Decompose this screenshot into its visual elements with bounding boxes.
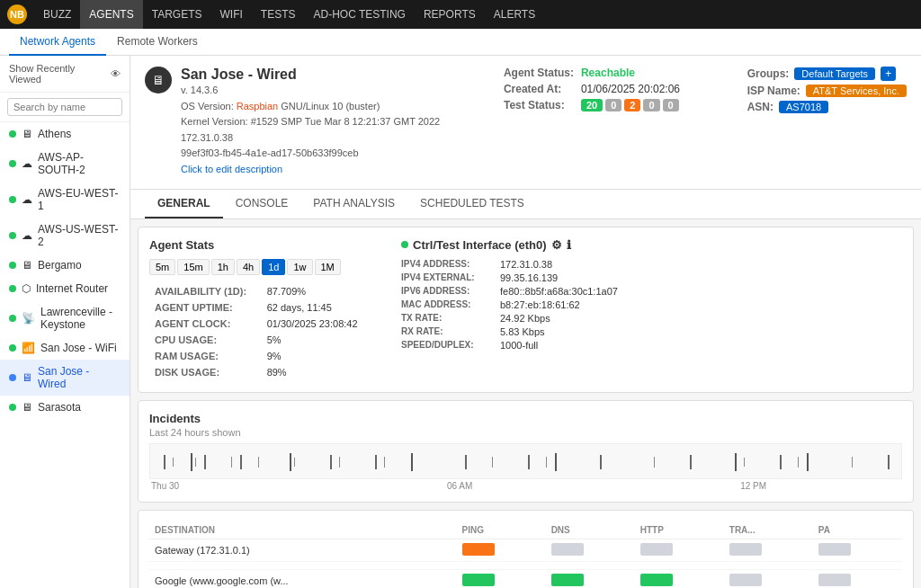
dest-cell-http (635, 539, 724, 561)
created-at-label: Created At: (504, 83, 576, 95)
test-status-label: Test Status: (504, 99, 576, 111)
nav-buzz[interactable]: BUZZ (34, 0, 80, 29)
time-btn-1d[interactable]: 1d (262, 259, 285, 275)
svg-rect-0 (164, 455, 165, 469)
sidebar-label-sarasota: Sarasota (38, 401, 81, 414)
sidebar-icon-aws-us: ☁ (22, 229, 32, 242)
tab-path-analysis[interactable]: PATH ANALYSIS (300, 190, 407, 218)
time-btn-1h[interactable]: 1h (211, 259, 235, 275)
badge-orange: 2 (624, 99, 640, 111)
iface-label-duplex: SPEED/DUPLEX: (401, 340, 500, 351)
time-btn-1w[interactable]: 1w (287, 259, 312, 275)
iface-label-ipv4ext: IPV4 EXTERNAL: (401, 272, 500, 283)
svg-rect-13 (384, 457, 385, 468)
iface-label-txrate: TX RATE: (401, 313, 500, 324)
destinations-header-row: DESTINATION PING DNS HTTP TRA... PA (149, 521, 902, 539)
sidebar-item-sanjose-wifi[interactable]: 📶 San Jose - WiFi (0, 336, 130, 360)
tab-scheduled-tests[interactable]: SCHEDULED TESTS (407, 190, 537, 218)
stats-section: Agent Stats 5m 15m 1h 4h 1d 1w 1M AVAILA… (138, 227, 914, 393)
svg-rect-18 (546, 457, 547, 468)
destinations-section: DESTINATION PING DNS HTTP TRA... PA Gate… (138, 510, 914, 588)
time-btn-5m[interactable]: 5m (149, 259, 175, 275)
nav-alerts[interactable]: ALERTS (485, 0, 544, 29)
created-at-row: Created At: 01/06/2025 20:02:06 (504, 83, 684, 95)
tab-network-agents[interactable]: Network Agents (9, 29, 106, 56)
sidebar-label-lawrenceville: Lawrenceville - Keystone (40, 306, 121, 331)
timeline-label-6am: 06 AM (447, 481, 472, 491)
time-btn-4h[interactable]: 4h (237, 259, 260, 275)
nav-adhoc[interactable]: AD-HOC TESTING (304, 0, 414, 29)
nav-agents[interactable]: AGENTS (80, 0, 142, 29)
iface-row-duplex: SPEED/DUPLEX: 1000-full (401, 340, 902, 351)
sidebar-item-sanjose-wired[interactable]: 🖥 San Jose - Wired (0, 360, 130, 396)
agent-edit-link[interactable]: Click to edit description (181, 164, 282, 174)
sidebar-item-bergamo[interactable]: 🖥 Bergamo (0, 254, 130, 277)
agent-stats-title: Agent Stats (149, 238, 374, 252)
dest-cell-ping (457, 539, 546, 561)
groups-row: Groups: Default Targets + (747, 67, 907, 81)
test-badges: 20 0 2 0 0 (581, 99, 679, 111)
svg-rect-22 (690, 455, 692, 469)
iface-value-ipv4: 172.31.0.38 (500, 259, 552, 270)
svg-rect-16 (492, 457, 493, 468)
sidebar-item-aws-ap-south-2[interactable]: ☁ AWS-AP-SOUTH-2 (0, 146, 130, 182)
iface-label-ipv4: IPV4 ADDRESS: (401, 259, 500, 270)
interface-info-icon[interactable]: ℹ (567, 238, 571, 252)
dest-bar-dns (551, 543, 584, 556)
table-row: Gateway (172.31.0.1) (149, 539, 902, 561)
iface-label-mac: MAC ADDRESS: (401, 299, 500, 310)
sidebar-label-sanjose-wifi: San Jose - WiFi (40, 342, 117, 354)
incidents-title: Incidents (149, 412, 902, 425)
svg-rect-10 (330, 455, 332, 469)
dest-bar-tra (729, 543, 762, 556)
search-input[interactable] (7, 98, 122, 116)
svg-rect-23 (735, 453, 737, 471)
sidebar-item-internet-router[interactable]: ⬡ Internet Router (0, 277, 130, 300)
sidebar-item-sarasota[interactable]: 🖥 Sarasota (0, 396, 130, 419)
time-btn-15m[interactable]: 15m (177, 259, 209, 275)
stats-row-uptime: AGENT UPTIME: 62 days, 11:45 (151, 300, 372, 315)
agent-header: 🖥 San Jose - Wired v. 14.3.6 OS Version:… (130, 56, 921, 190)
sidebar-label-aws-eu: AWS-EU-WEST-1 (38, 187, 121, 212)
dest-cell-tra (724, 569, 813, 588)
agent-os: OS Version: Raspbian GNU/Linux 10 (buste… (181, 99, 440, 115)
dest-bar-http (640, 574, 673, 586)
timeline-labels: Thu 30 06 AM 12 PM (149, 481, 902, 491)
sidebar-item-aws-us-west-2[interactable]: ☁ AWS-US-WEST-2 (0, 218, 130, 254)
status-dot-athens (9, 130, 16, 138)
recently-viewed-icon[interactable]: 👁 (111, 68, 121, 79)
stats-row-availability: AVAILABILITY (1D): 87.709% (151, 284, 372, 298)
col-ping: PING (457, 521, 546, 539)
status-dot-sarasota (9, 404, 16, 411)
col-http: HTTP (635, 521, 724, 539)
nav-targets[interactable]: TARGETS (143, 0, 211, 29)
agent-icon: 🖥 (145, 67, 172, 94)
tab-remote-workers[interactable]: Remote Workers (106, 29, 209, 56)
iface-value-txrate: 24.92 Kbps (500, 313, 550, 324)
add-group-button[interactable]: + (881, 67, 896, 81)
svg-rect-11 (339, 457, 340, 468)
svg-rect-14 (411, 453, 413, 471)
sidebar-item-athens[interactable]: 🖥 Athens (0, 122, 130, 146)
interface-settings-icon[interactable]: ⚙ (551, 238, 562, 252)
sidebar-item-aws-eu-west-1[interactable]: ☁ AWS-EU-WEST-1 (0, 182, 130, 218)
svg-rect-6 (240, 455, 242, 469)
stats-row-clock: AGENT CLOCK: 01/30/2025 23:08:42 (151, 316, 372, 331)
tab-general[interactable]: GENERAL (145, 190, 223, 218)
app-logo: NB (7, 4, 27, 24)
tab-console[interactable]: CONSOLE (223, 190, 301, 218)
sidebar-icon-aws-eu: ☁ (22, 193, 32, 206)
nav-tests[interactable]: TESTS (252, 0, 305, 29)
time-buttons: 5m 15m 1h 4h 1d 1w 1M (149, 259, 374, 275)
svg-rect-12 (375, 455, 377, 469)
iface-value-ipv4ext: 99.35.16.139 (500, 272, 558, 283)
groups-label: Groups: (747, 67, 790, 80)
nav-wifi[interactable]: WIFI (210, 0, 251, 29)
time-btn-1m[interactable]: 1M (315, 259, 341, 275)
sidebar-item-lawrenceville[interactable]: 📡 Lawrenceville - Keystone (0, 300, 130, 336)
dest-spacer-row (149, 561, 902, 569)
iface-row-ipv4: IPV4 ADDRESS: 172.31.0.38 (401, 259, 902, 270)
nav-reports[interactable]: REPORTS (415, 0, 485, 29)
svg-rect-21 (654, 457, 655, 468)
stats-label-disk: DISK USAGE: (151, 365, 262, 379)
